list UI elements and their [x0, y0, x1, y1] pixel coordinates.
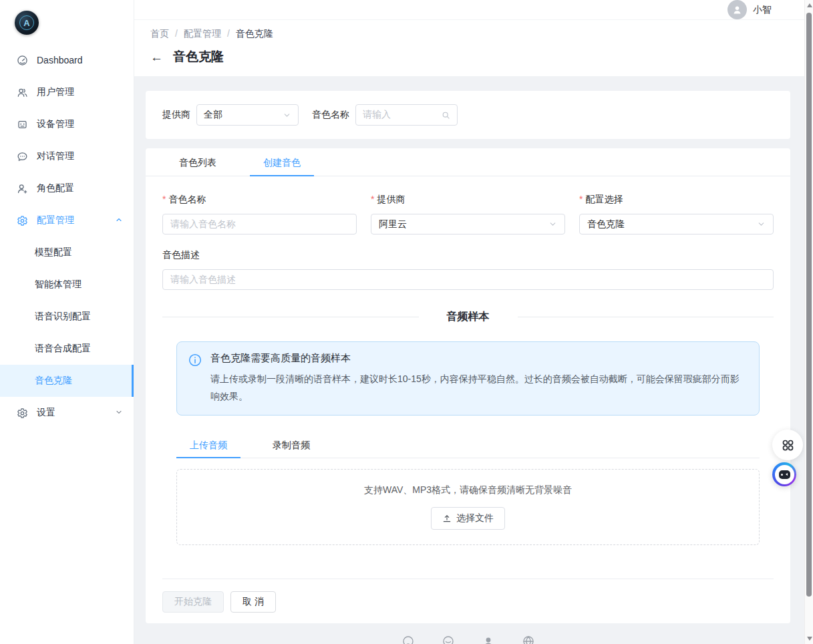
- chevron-down-icon: [757, 220, 766, 228]
- tab-record-audio[interactable]: 录制音频: [259, 432, 323, 458]
- robot-face-icon: [779, 470, 790, 479]
- sidebar-item-label: 设备管理: [37, 118, 74, 130]
- page-scrollbar[interactable]: [804, 0, 813, 644]
- sidebar-item-dashboard[interactable]: Dashboard: [0, 44, 134, 76]
- filter-card: 提供商 全部 音色名称 请输入: [146, 91, 790, 139]
- config-select[interactable]: 音色克隆: [579, 214, 774, 234]
- sidebar-subitem-label: 智能体管理: [35, 279, 82, 291]
- sidebar-item-label: 用户管理: [37, 86, 74, 98]
- device-icon: [17, 119, 28, 130]
- main-area: 小智 首页 / 配置管理 / 音色克隆 ← 音色克隆 提供商: [134, 0, 813, 644]
- avatar: [727, 0, 747, 19]
- tab-upload-audio[interactable]: 上传音频: [176, 432, 240, 458]
- tab-create-voice[interactable]: 创建音色: [250, 148, 314, 176]
- search-icon: [442, 111, 450, 120]
- community-icon[interactable]: [442, 635, 454, 644]
- back-arrow-icon[interactable]: ←: [150, 51, 163, 63]
- sidebar-subitem-label: 语音识别配置: [35, 311, 91, 323]
- sidebar-item-label: Dashboard: [37, 55, 83, 65]
- choose-file-label: 选择文件: [456, 512, 494, 524]
- provider-field: *提供商 阿里云: [371, 194, 565, 234]
- description-input[interactable]: 请输入音色描述: [162, 269, 774, 290]
- audio-sample-section: 音色克隆需要高质量的音频样本 请上传或录制一段清晰的语音样本，建议时长10-15…: [162, 341, 774, 545]
- breadcrumb-config-management[interactable]: 配置管理: [184, 28, 221, 40]
- profile-icon[interactable]: [482, 635, 494, 644]
- provider-select-value: 阿里云: [379, 218, 407, 230]
- user-menu[interactable]: 小智: [727, 0, 772, 19]
- provider-label: *提供商: [371, 194, 565, 206]
- scrollbar-thumb[interactable]: [806, 13, 812, 597]
- breadcrumb-home[interactable]: 首页: [150, 28, 169, 40]
- github-icon[interactable]: [402, 635, 414, 644]
- sidebar-item-dialog-management[interactable]: 对话管理: [0, 140, 134, 172]
- form-actions: 开始克隆 取 消: [162, 579, 774, 623]
- tab-voice-list[interactable]: 音色列表: [166, 148, 230, 176]
- required-mark: *: [371, 194, 374, 204]
- title-row: ← 音色克隆: [150, 48, 797, 65]
- field-label-text: 音色名称: [168, 194, 206, 204]
- upload-hint: 支持WAV、MP3格式，请确保音频清晰无背景噪音: [364, 484, 572, 496]
- config-select-label: *配置选择: [579, 194, 774, 206]
- audio-sample-title: 音频样本: [419, 310, 518, 324]
- sidebar-subitem-label: 语音合成配置: [35, 343, 91, 355]
- config-select-value: 音色克隆: [587, 218, 625, 230]
- sidebar-item-label: 设置: [37, 407, 55, 419]
- voice-name-label: *音色名称: [162, 194, 357, 206]
- voice-name-input[interactable]: 请输入音色名称: [162, 214, 357, 234]
- tab-label: 创建音色: [263, 157, 301, 168]
- apps-launcher-button[interactable]: [772, 430, 803, 460]
- choose-file-button[interactable]: 选择文件: [431, 507, 505, 530]
- voice-name-field: *音色名称 请输入音色名称: [162, 194, 357, 234]
- logo-letter: A: [23, 18, 29, 28]
- cancel-button[interactable]: 取 消: [230, 591, 276, 613]
- users-icon: [17, 87, 28, 98]
- start-clone-button[interactable]: 开始克隆: [162, 591, 224, 613]
- voice-name-filter-label: 音色名称: [312, 109, 349, 121]
- footer-links: [146, 635, 790, 644]
- app-root: A Dashboard 用户管理 设备管理 对话管理 角色配置: [0, 0, 813, 644]
- voice-name-search-input[interactable]: 请输入: [355, 104, 458, 126]
- provider-select[interactable]: 阿里云: [371, 214, 565, 234]
- field-label-text: 音色描述: [162, 249, 200, 260]
- breadcrumb: 首页 / 配置管理 / 音色克隆: [150, 28, 797, 40]
- sidebar-item-device-management[interactable]: 设备管理: [0, 108, 134, 140]
- content: 提供商 全部 音色名称 请输入 音色列表: [134, 76, 813, 644]
- sidebar-item-user-management[interactable]: 用户管理: [0, 76, 134, 108]
- description-label: 音色描述: [162, 249, 774, 261]
- role-person-plus-icon: [17, 183, 28, 194]
- page-title: 音色克隆: [173, 48, 224, 65]
- sidebar-item-label: 配置管理: [37, 214, 74, 226]
- chevron-down-icon: [283, 111, 291, 120]
- page-head: 首页 / 配置管理 / 音色克隆 ← 音色克隆: [134, 20, 813, 76]
- ai-assistant-button[interactable]: [772, 462, 796, 486]
- sidebar-subitem-voice-clone[interactable]: 音色克隆: [0, 365, 134, 397]
- tab-label: 上传音频: [190, 440, 227, 450]
- chevron-up-icon: [115, 215, 123, 226]
- sidebar-subitem-tts-config[interactable]: 语音合成配置: [0, 333, 134, 365]
- voice-name-input-placeholder: 请输入音色名称: [170, 218, 236, 230]
- ai-assistant-ring: [775, 465, 794, 484]
- sidebar-item-settings[interactable]: 设置: [0, 397, 134, 429]
- sidebar-item-role-config[interactable]: 角色配置: [0, 172, 134, 204]
- scrollbar-down-arrow[interactable]: [807, 637, 812, 641]
- globe-icon[interactable]: [522, 635, 534, 644]
- scrollbar-up-arrow[interactable]: [807, 3, 812, 7]
- sidebar-item-label: 对话管理: [37, 150, 74, 162]
- required-mark: *: [162, 194, 166, 204]
- breadcrumb-current: 音色克隆: [236, 28, 273, 40]
- sidebar-subitem-model-config[interactable]: 模型配置: [0, 236, 134, 269]
- voice-name-placeholder: 请输入: [363, 109, 391, 121]
- sidebar-subitem-agent-management[interactable]: 智能体管理: [0, 269, 134, 301]
- sidebar-item-config-management[interactable]: 配置管理: [0, 204, 134, 236]
- dashboard-icon: [17, 55, 28, 66]
- chevron-down-icon: [115, 408, 123, 418]
- description-field: 音色描述 请输入音色描述: [162, 249, 774, 290]
- provider-filter-select[interactable]: 全部: [196, 104, 299, 126]
- sidebar-subitem-asr-config[interactable]: 语音识别配置: [0, 301, 134, 333]
- app-logo[interactable]: A: [15, 11, 39, 35]
- topbar: 小智: [134, 0, 813, 20]
- alert-body: 请上传或录制一段清晰的语音样本，建议时长10-15秒，内容保持平稳自然。过长的音…: [210, 370, 746, 405]
- audio-dropzone[interactable]: 支持WAV、MP3格式，请确保音频清晰无背景噪音 选择文件: [176, 469, 760, 545]
- user-name: 小智: [753, 4, 772, 16]
- upload-tabs: 上传音频 录制音频: [176, 432, 760, 458]
